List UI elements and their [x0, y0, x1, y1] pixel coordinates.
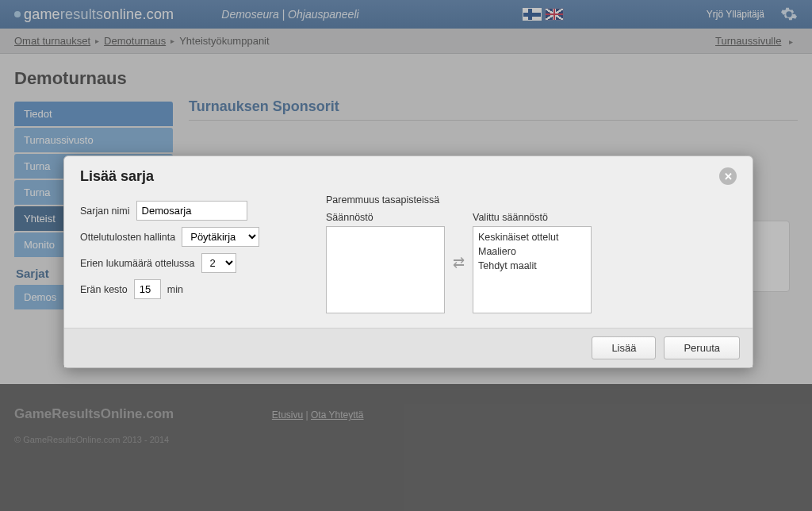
- periods-label: Erien lukumäärä ottelussa: [80, 258, 195, 269]
- dialog-header: Lisää sarja ✕: [64, 156, 753, 190]
- dialog-title: Lisää sarja: [80, 168, 154, 185]
- series-name-label: Sarjan nimi: [80, 206, 130, 217]
- list-item[interactable]: Maaliero: [478, 244, 586, 259]
- available-rules-listbox[interactable]: [326, 226, 445, 313]
- dual-list: Säännöstö ⇄ Valittu säännöstö Keskinäise…: [326, 212, 737, 313]
- periods-select[interactable]: 2: [201, 253, 236, 273]
- dialog-body: Sarjan nimi Ottelutulosten hallinta Pöyt…: [64, 190, 753, 328]
- tiebreak-title: Paremmuus tasapisteissä: [326, 194, 737, 206]
- available-rules: Säännöstö: [326, 212, 445, 313]
- swap-icon[interactable]: ⇄: [453, 254, 465, 271]
- form-column: Sarjan nimi Ottelutulosten hallinta Pöyt…: [80, 194, 302, 305]
- add-series-dialog: Lisää sarja ✕ Sarjan nimi Ottelutulosten…: [63, 156, 753, 368]
- list-item[interactable]: Keskinäiset ottelut: [478, 230, 586, 244]
- cancel-button[interactable]: Peruuta: [664, 336, 740, 359]
- available-rules-label: Säännöstö: [326, 212, 445, 223]
- series-name-input[interactable]: [136, 201, 247, 221]
- dialog-footer: Lisää Peruuta: [64, 328, 753, 367]
- tiebreak-column: Paremmuus tasapisteissä Säännöstö ⇄ Vali…: [326, 194, 737, 313]
- results-mgmt-label: Ottelutulosten hallinta: [80, 232, 175, 243]
- results-mgmt-select[interactable]: Pöytäkirja: [182, 227, 259, 247]
- close-icon[interactable]: ✕: [719, 167, 737, 185]
- duration-label: Erän kesto: [80, 284, 128, 295]
- duration-unit: min: [167, 284, 183, 295]
- list-item[interactable]: Tehdyt maalit: [478, 259, 586, 273]
- add-button[interactable]: Lisää: [592, 336, 656, 359]
- selected-rules: Valittu säännöstö Keskinäiset ottelut Ma…: [473, 212, 592, 313]
- selected-rules-label: Valittu säännöstö: [473, 212, 592, 223]
- selected-rules-listbox[interactable]: Keskinäiset ottelut Maaliero Tehdyt maal…: [473, 226, 592, 313]
- duration-input[interactable]: [134, 279, 161, 299]
